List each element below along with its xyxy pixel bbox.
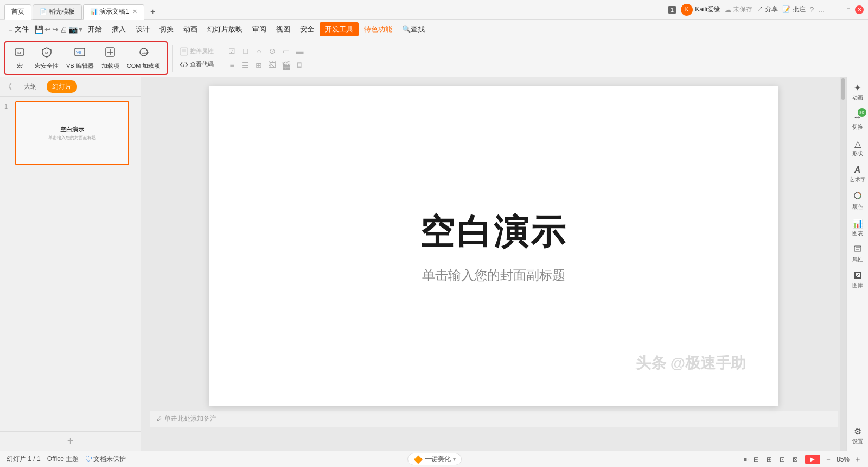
beautify-button[interactable]: 🔶 一键美化 ▾ <box>407 453 462 465</box>
art-text-panel-button[interactable]: A 艺术字 <box>848 162 867 187</box>
animation-panel-button[interactable]: ✦ 动画 <box>848 79 867 105</box>
comment-placeholder: 🖊 单击此处添加备注 <box>156 414 216 424</box>
ctrl-icon-1[interactable]: ☑ <box>226 45 238 57</box>
view-full-button[interactable]: ⊡ <box>777 454 788 465</box>
settings-panel-button[interactable]: ⚙ 设置 <box>848 423 867 449</box>
toolbar-divider-1 <box>172 45 173 72</box>
menu-animation[interactable]: 动画 <box>179 22 202 36</box>
save-icon[interactable]: 💾 <box>34 25 43 34</box>
vertical-scrollbar[interactable] <box>840 77 846 451</box>
slide-info: 幻灯片 1 / 1 <box>7 455 41 464</box>
ctrl-icon-9[interactable]: ⊞ <box>253 59 265 71</box>
view-browse-button[interactable]: ⊠ <box>790 454 801 465</box>
chart-label: 图表 <box>852 230 863 237</box>
tab-template[interactable]: 📄 稻壳模板 <box>33 4 82 20</box>
property-panel-button[interactable]: 属性 <box>848 242 867 267</box>
print-icon[interactable]: 🖨 <box>60 25 67 34</box>
menu-review[interactable]: 审阅 <box>248 22 271 36</box>
view-grid-button[interactable]: ⊞ <box>764 454 775 465</box>
macro-security-icon: M <box>41 46 53 61</box>
macro-button[interactable]: M 宏 <box>9 45 30 72</box>
minimize-button[interactable]: — <box>833 5 842 14</box>
slide-main-title[interactable]: 空白演示 <box>420 209 567 256</box>
view-props-button[interactable]: 控件属性 <box>177 46 216 57</box>
play-button[interactable]: ▶ <box>805 455 820 464</box>
slide-thumbnail[interactable]: 空白演示 单击输入您的封面副标题 <box>15 101 129 165</box>
collapse-panel-button[interactable]: 《 <box>4 82 12 92</box>
ctrl-icon-11[interactable]: 🎬 <box>280 59 292 71</box>
menu-devtools[interactable]: 开发工具 <box>320 22 359 36</box>
tab-home[interactable]: 首页 <box>4 4 31 20</box>
vb-editor-button[interactable]: VB VB 编辑器 <box>63 45 97 72</box>
close-button[interactable]: ✕ <box>855 5 864 14</box>
toolbar: M 宏 M 宏安全性 VB VB 编辑器 加载项 COM COM 加 <box>0 39 868 77</box>
menu-bar: ≡ 文件 💾 ↩ ↪ 🖨 📷 ▾ 开始 插入 设计 切换 动画 幻灯片放映 审阅… <box>0 20 868 39</box>
ctrl-icon-12[interactable]: 🖥 <box>293 59 305 71</box>
share-button[interactable]: ↗ 分享 <box>757 5 778 14</box>
zoom-minus-button[interactable]: － <box>825 455 832 464</box>
review-button[interactable]: 📝 批注 <box>782 5 805 14</box>
color-panel-button[interactable]: 颜色 <box>848 188 867 214</box>
shape-panel-button[interactable]: △ 形状 <box>848 135 867 161</box>
menu-transition[interactable]: 切换 <box>155 22 178 36</box>
redo-icon[interactable]: ↪ <box>52 25 59 34</box>
load-addon-icon <box>104 46 116 61</box>
tab-doc[interactable]: 📊 演示文稿1 ✕ <box>83 4 144 20</box>
ctrl-icon-7[interactable]: ≡ <box>226 59 238 71</box>
ctrl-icon-4[interactable]: ⊙ <box>266 45 278 57</box>
add-slide-icon[interactable]: + <box>67 435 74 447</box>
ctrl-icon-10[interactable]: 🖼 <box>266 59 278 71</box>
library-panel-button[interactable]: 🖼 图库 <box>848 268 867 293</box>
menu-view[interactable]: 视图 <box>272 22 295 36</box>
ctrl-icon-8[interactable]: ☰ <box>239 59 251 71</box>
macro-security-button[interactable]: M 宏安全性 <box>31 45 62 72</box>
slide-subtitle[interactable]: 单击输入您的封面副标题 <box>422 267 565 284</box>
ctrl-icon-2[interactable]: □ <box>239 45 251 57</box>
screenshot-icon[interactable]: 📷 <box>68 25 78 34</box>
tab-doc-label: 演示文稿1 <box>99 7 129 16</box>
slide-canvas[interactable]: 空白演示 单击输入您的封面副标题 头条 @极速手助 <box>209 86 778 406</box>
menu-start[interactable]: 开始 <box>84 22 106 36</box>
menu-special[interactable]: 特色功能 <box>360 22 397 36</box>
art-text-label: 艺术字 <box>850 176 866 184</box>
center-canvas: 空白演示 单击输入您的封面副标题 头条 @极速手助 🖊 单击此处添加备注 <box>141 77 846 451</box>
chart-panel-button[interactable]: 📊 图表 <box>848 215 867 241</box>
scroll-thumb[interactable] <box>841 78 845 100</box>
undo-icon[interactable]: ↩ <box>44 25 51 34</box>
com-addon-button[interactable]: COM COM 加载项 <box>124 45 164 72</box>
menu-insert[interactable]: 插入 <box>107 22 130 36</box>
transition-panel-button[interactable]: 80 ↔ 切换 <box>848 106 867 134</box>
comment-bar[interactable]: 🖊 单击此处添加备注 <box>150 411 838 427</box>
ctrl-icon-3[interactable]: ○ <box>253 45 265 57</box>
shape-icon: △ <box>854 138 861 149</box>
help-button[interactable]: ? <box>810 5 814 14</box>
align-icon[interactable]: ≡· <box>743 456 748 463</box>
menu-security[interactable]: 安全 <box>296 22 318 36</box>
maximize-button[interactable]: □ <box>844 5 853 14</box>
macro-icon: M <box>14 46 25 61</box>
load-addon-button[interactable]: 加载项 <box>98 45 123 72</box>
file-menu[interactable]: ≡ 文件 <box>4 22 33 36</box>
svg-text:M: M <box>45 51 48 55</box>
status-right: ≡· ⊟ ⊞ ⊡ ⊠ ▶ － 85% ＋ <box>743 454 861 465</box>
tab-slides[interactable]: 幻灯片 <box>47 80 77 93</box>
menu-search[interactable]: 🔍查找 <box>398 22 429 36</box>
more-button[interactable]: ... <box>818 5 825 14</box>
view-code-button[interactable]: 查看代码 <box>177 59 216 70</box>
ctrl-icon-5[interactable]: ▭ <box>280 45 292 57</box>
tab-outline[interactable]: 大纲 <box>18 80 42 93</box>
add-slide-area[interactable]: + <box>0 431 141 451</box>
tab-close-icon[interactable]: ✕ <box>132 8 137 15</box>
main-area: 《 大纲 幻灯片 1 空白演示 单击输入您的封面副标题 + 空白演示 单击输入您… <box>0 77 868 451</box>
protection-info: 🛡 文档未保护 <box>85 455 126 464</box>
menu-slideshow[interactable]: 幻灯片放映 <box>203 22 247 36</box>
beautify-dropdown-icon[interactable]: ▾ <box>453 456 456 462</box>
user-info: K Kaili爱缘 <box>681 4 720 16</box>
dropdown-icon[interactable]: ▾ <box>79 25 82 34</box>
com-addon-icon: COM <box>138 46 150 61</box>
menu-design[interactable]: 设计 <box>131 22 154 36</box>
ctrl-icon-6[interactable]: ▬ <box>293 45 305 57</box>
view-normal-button[interactable]: ⊟ <box>751 454 762 465</box>
zoom-plus-button[interactable]: ＋ <box>854 455 861 464</box>
add-tab-button[interactable]: + <box>145 4 161 20</box>
